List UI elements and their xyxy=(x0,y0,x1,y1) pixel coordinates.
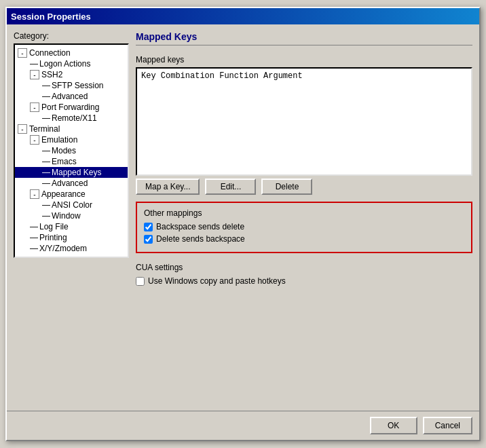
keys-table-header: Key Combination Function Argument xyxy=(138,70,470,82)
backspace-sends-delete-row: Backspace sends delete xyxy=(144,222,464,231)
tree-label-advanced-term: Advanced xyxy=(52,179,88,188)
tree-item-ansi-color[interactable]: — ANSI Color xyxy=(15,200,128,210)
tree-item-xyz-modem[interactable]: — X/Y/Zmodem xyxy=(15,243,128,254)
expander-connection[interactable]: - xyxy=(18,48,27,58)
dialog-titlebar: Session Properties xyxy=(7,8,479,24)
tree-item-remote-x11[interactable]: — Remote/X11 xyxy=(15,113,128,124)
delete-sends-backspace-row: Delete sends backspace xyxy=(144,234,464,244)
tree-label-appearance: Appearance xyxy=(41,189,86,199)
tree-label-ssh2: SSH2 xyxy=(41,70,62,79)
line-advanced-term: — xyxy=(42,179,52,188)
tree-label-emulation: Emulation xyxy=(41,135,77,145)
line-modes: — xyxy=(42,146,52,155)
tree-label-advanced-ssh: Advanced xyxy=(52,92,88,101)
category-tree[interactable]: - Connection — Logon Actions - SSH2 — SF… xyxy=(14,43,129,258)
expander-ssh2[interactable]: - xyxy=(30,70,39,79)
tree-label-terminal: Terminal xyxy=(29,124,60,134)
mapped-keys-buttons: Map a Key... Edit... Delete xyxy=(136,179,472,195)
tree-label-ansi-color: ANSI Color xyxy=(52,200,92,210)
line-printing: — xyxy=(30,233,39,242)
section-title: Mapped Keys xyxy=(136,31,472,45)
tree-item-logon-actions[interactable]: — Logon Actions xyxy=(15,58,128,69)
backspace-sends-delete-checkbox[interactable] xyxy=(144,223,153,231)
cua-settings-section: CUA settings Use Windows copy and paste … xyxy=(136,263,472,288)
line-sftp: — xyxy=(42,81,52,90)
tree-label-printing: Printing xyxy=(39,233,67,242)
mapped-keys-section: Mapped keys Key Combination Function Arg… xyxy=(136,55,472,195)
windows-hotkeys-row: Use Windows copy and paste hotkeys xyxy=(136,276,472,286)
dialog-title: Session Properties xyxy=(11,12,91,22)
tree-item-modes[interactable]: — Modes xyxy=(15,145,128,156)
mapped-keys-label: Mapped keys xyxy=(136,55,472,64)
tree-item-printing[interactable]: — Printing xyxy=(15,232,128,243)
tree-item-port-forwarding[interactable]: - Port Forwarding xyxy=(15,102,128,113)
tree-item-connection[interactable]: - Connection xyxy=(15,48,128,58)
line-emacs: — xyxy=(42,157,52,166)
line-remote-x11: — xyxy=(42,113,52,123)
dialog-body: Category: - Connection — Logon Actions -… xyxy=(7,24,479,411)
tree-item-terminal[interactable]: - Terminal xyxy=(15,124,128,134)
tree-item-sftp[interactable]: — SFTP Session xyxy=(15,80,128,91)
line-log-file: — xyxy=(30,222,39,231)
dialog-footer: OK Cancel xyxy=(7,411,479,440)
tree-label-remote-x11: Remote/X11 xyxy=(52,113,97,123)
tree-label-log-file: Log File xyxy=(39,222,69,231)
other-mappings-title: Other mappings xyxy=(144,208,464,218)
category-label: Category: xyxy=(14,31,129,41)
tree-item-emacs[interactable]: — Emacs xyxy=(15,156,128,167)
tree-label-logon-actions: Logon Actions xyxy=(39,59,90,69)
delete-sends-backspace-checkbox[interactable] xyxy=(144,235,153,244)
tree-item-appearance[interactable]: - Appearance xyxy=(15,189,128,200)
other-mappings-section: Other mappings Backspace sends delete De… xyxy=(136,202,472,253)
map-a-key-button[interactable]: Map a Key... xyxy=(136,179,200,195)
keys-table[interactable]: Key Combination Function Argument xyxy=(136,67,472,176)
line-logon: — xyxy=(30,59,39,69)
tree-label-window: Window xyxy=(52,211,81,221)
cancel-button[interactable]: Cancel xyxy=(423,417,472,434)
tree-label-port-forwarding: Port Forwarding xyxy=(41,102,99,112)
line-advanced-ssh: — xyxy=(42,92,52,101)
tree-item-advanced-ssh[interactable]: — Advanced xyxy=(15,91,128,102)
line-ansi-color: — xyxy=(42,200,52,210)
tree-label-connection: Connection xyxy=(29,48,71,58)
tree-item-ssh2[interactable]: - SSH2 xyxy=(15,69,128,80)
line-xyz-modem: — xyxy=(30,244,39,253)
category-panel: Category: - Connection — Logon Actions -… xyxy=(14,31,129,404)
line-mapped-keys: — xyxy=(42,168,52,177)
expander-emulation[interactable]: - xyxy=(30,135,39,145)
line-window: — xyxy=(42,211,52,221)
tree-label-emacs: Emacs xyxy=(52,157,77,166)
tree-label-sftp: SFTP Session xyxy=(52,81,103,90)
tree-item-window[interactable]: — Window xyxy=(15,210,128,221)
backspace-sends-delete-label[interactable]: Backspace sends delete xyxy=(156,222,244,231)
tree-item-emulation[interactable]: - Emulation xyxy=(15,134,128,145)
tree-item-mapped-keys[interactable]: — Mapped Keys xyxy=(15,167,128,178)
tree-label-mapped-keys: Mapped Keys xyxy=(52,168,101,177)
content-panel: Mapped Keys Mapped keys Key Combination … xyxy=(136,31,472,404)
cua-settings-title: CUA settings xyxy=(136,263,472,272)
expander-terminal[interactable]: - xyxy=(18,124,27,134)
expander-port-forwarding[interactable]: - xyxy=(30,102,39,112)
expander-appearance[interactable]: - xyxy=(30,189,39,199)
edit-button[interactable]: Edit... xyxy=(205,179,256,195)
session-properties-dialog: Session Properties Category: - Connectio… xyxy=(5,7,481,441)
windows-hotkeys-label[interactable]: Use Windows copy and paste hotkeys xyxy=(148,276,286,286)
delete-sends-backspace-label[interactable]: Delete sends backspace xyxy=(156,234,245,244)
tree-label-modes: Modes xyxy=(52,146,76,155)
tree-item-log-file[interactable]: — Log File xyxy=(15,221,128,232)
tree-label-xyz-modem: X/Y/Zmodem xyxy=(39,244,87,253)
windows-hotkeys-checkbox[interactable] xyxy=(136,277,145,286)
delete-button[interactable]: Delete xyxy=(261,179,312,195)
ok-button[interactable]: OK xyxy=(370,417,417,434)
tree-item-advanced-term[interactable]: — Advanced xyxy=(15,178,128,189)
